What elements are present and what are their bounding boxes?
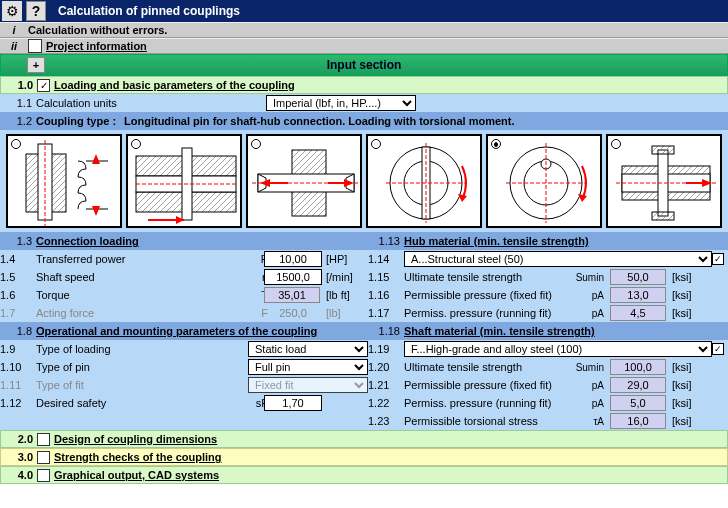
hub-uts-label: Ultimate tensile strength <box>404 271 570 283</box>
status-row-ii: ii Project information <box>0 38 728 54</box>
app-icon[interactable]: ⚙ <box>2 1 22 21</box>
section-4: 4.0 Graphical output, CAD systems <box>0 466 728 484</box>
diagram-3[interactable] <box>246 134 362 228</box>
sec4-checkbox[interactable] <box>37 469 50 482</box>
hub-material-label[interactable]: Hub material (min. tensile strength) <box>404 235 589 247</box>
conn-loading-label[interactable]: Connection loading <box>36 235 139 247</box>
title-bar: ⚙ ? Calculation of pinned couplings <box>0 0 728 22</box>
diagram-6[interactable] <box>606 134 722 228</box>
type-fit-select[interactable]: Fixed fit <box>248 377 368 393</box>
type-fit-label: Type of fit <box>36 379 248 391</box>
diagram-5[interactable] <box>486 134 602 228</box>
app-title: Calculation of pinned couplings <box>58 4 240 18</box>
sec1-num: 1.0 <box>1 79 37 91</box>
transferred-power-input[interactable] <box>264 251 322 267</box>
hub-pp-run-label: Permiss. pressure (running fit) <box>404 307 570 319</box>
sec4-title[interactable]: Graphical output, CAD systems <box>54 469 219 481</box>
type-loading-select[interactable]: Static load <box>248 341 368 357</box>
sec3-title[interactable]: Strength checks of the coupling <box>54 451 221 463</box>
shaft-uts-label: Ultimate tensile strength <box>404 361 570 373</box>
acting-force-label: Acting force <box>36 307 234 319</box>
input-section-bar: + Input section <box>0 54 728 76</box>
transferred-power-label: Transferred power <box>36 253 234 265</box>
shaft-pp-run-label: Permiss. pressure (running fit) <box>404 397 570 409</box>
sec2-checkbox[interactable] <box>37 433 50 446</box>
shaft-pp-fixed-label: Permissible pressure (fixed fit) <box>404 379 570 391</box>
calc-units-label: Calculation units <box>36 97 266 109</box>
status-num-i: i <box>0 24 28 36</box>
status-num-ii: ii <box>0 40 28 52</box>
help-icon[interactable]: ? <box>26 1 46 21</box>
section-1: 1.0 ✓ Loading and basic parameters of th… <box>0 76 728 94</box>
svg-rect-38 <box>652 146 674 154</box>
sec3-checkbox[interactable] <box>37 451 50 464</box>
svg-marker-5 <box>92 154 100 164</box>
svg-marker-6 <box>92 206 100 216</box>
row-1-1: 1.1 Calculation units Imperial (lbf, in,… <box>0 94 728 112</box>
section-3: 3.0 Strength checks of the coupling <box>0 448 728 466</box>
hub-pp-fixed-label: Permissible pressure (fixed fit) <box>404 289 570 301</box>
coupling-type-text: Longitudinal pin for shaft-hub connectio… <box>124 115 514 127</box>
shaft-speed-input[interactable] <box>264 269 322 285</box>
coupling-type-label: Coupling type : <box>36 115 116 127</box>
svg-marker-28 <box>458 194 467 202</box>
op-params-label[interactable]: Operational and mounting parameters of t… <box>36 325 317 337</box>
status-text-ii[interactable]: Project information <box>46 40 147 52</box>
shaft-material-select[interactable]: F...High-grade and alloy steel (100) <box>404 341 712 357</box>
svg-rect-39 <box>652 212 674 220</box>
diagram-row <box>0 130 728 232</box>
torque-output: 35,01 <box>264 287 320 303</box>
diagram-2[interactable] <box>126 134 242 228</box>
type-pin-label: Type of pin <box>36 361 248 373</box>
status-text-i: Calculation without errors. <box>28 24 167 36</box>
project-info-checkbox[interactable] <box>28 39 42 53</box>
type-pin-select[interactable]: Full pin <box>248 359 368 375</box>
desired-safety-input[interactable] <box>264 395 322 411</box>
svg-marker-34 <box>578 194 587 202</box>
diagram-4[interactable] <box>366 134 482 228</box>
section-2: 2.0 Design of coupling dimensions <box>0 430 728 448</box>
input-section-label: Input section <box>1 58 727 72</box>
sec1-title[interactable]: Loading and basic parameters of the coup… <box>54 79 295 91</box>
shaft-check[interactable]: ✓ <box>712 343 724 355</box>
status-row-i: i Calculation without errors. <box>0 22 728 38</box>
sec2-title[interactable]: Design of coupling dimensions <box>54 433 217 445</box>
type-loading-label: Type of loading <box>36 343 248 355</box>
hub-material-select[interactable]: A...Structural steel (50) <box>404 251 712 267</box>
torque-label: Torque <box>36 289 234 301</box>
row-1-2: 1.2 Coupling type : Longitudinal pin for… <box>0 112 728 130</box>
desired-safety-label: Desired safety <box>36 397 234 409</box>
shaft-material-label[interactable]: Shaft material (min. tensile strength) <box>404 325 595 337</box>
shaft-speed-label: Shaft speed <box>36 271 234 283</box>
shaft-tors-label: Permissible torsional stress <box>404 415 570 427</box>
diagram-1[interactable] <box>6 134 122 228</box>
hub-check[interactable]: ✓ <box>712 253 724 265</box>
calc-units-select[interactable]: Imperial (lbf, in, HP....) <box>266 95 416 111</box>
sec1-checkbox[interactable]: ✓ <box>37 79 50 92</box>
